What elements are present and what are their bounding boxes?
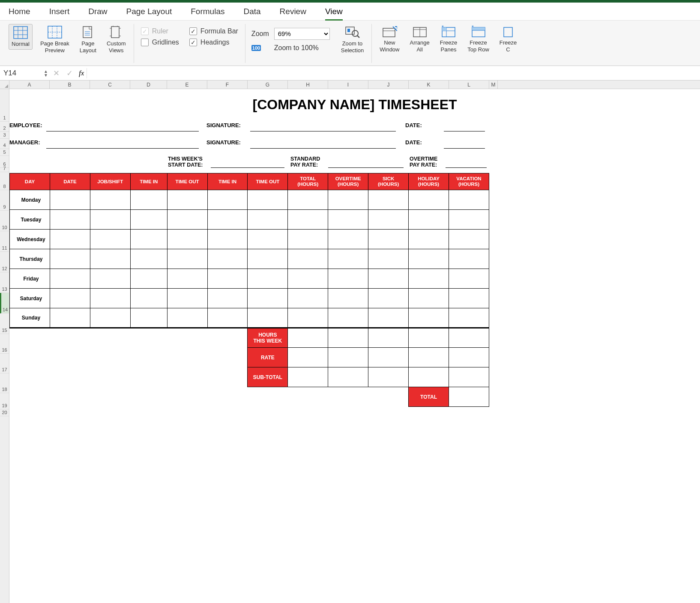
row-subtotal[interactable]: SUB-TOTAL (10, 367, 489, 387)
zoom-select[interactable]: 69% (274, 28, 330, 40)
employee-label[interactable]: EMPLOYEE: (9, 122, 46, 131)
cell[interactable] (409, 348, 449, 367)
col-B[interactable]: B (50, 81, 90, 89)
week-start-field[interactable] (211, 167, 284, 168)
day-tue[interactable]: Tuesday (10, 210, 50, 230)
date-label-1[interactable]: DATE: (405, 122, 434, 131)
col-L[interactable]: L (449, 81, 489, 89)
cell[interactable] (248, 289, 288, 308)
cancel-formula-icon[interactable]: ✕ (50, 69, 63, 78)
custom-views-button[interactable]: Custom Views (104, 24, 129, 55)
date-field-1[interactable] (444, 122, 485, 131)
headings-checkbox[interactable]: ✓Headings (189, 39, 238, 46)
cell[interactable] (130, 190, 167, 210)
manager-label[interactable]: MANAGER: (9, 139, 46, 149)
cell[interactable] (50, 289, 90, 308)
col-G[interactable]: G (248, 81, 288, 89)
cell[interactable] (207, 249, 248, 269)
formula-input[interactable] (87, 68, 700, 78)
row-friday[interactable]: Friday (10, 269, 489, 289)
cell[interactable] (130, 308, 167, 328)
cell[interactable] (409, 190, 449, 210)
col-I[interactable]: I (328, 81, 368, 89)
day-fri[interactable]: Friday (10, 269, 50, 289)
cell[interactable] (207, 269, 248, 289)
cell[interactable] (90, 269, 130, 289)
new-window-button[interactable]: New Window (377, 24, 402, 54)
manager-field[interactable] (46, 139, 199, 149)
col-K[interactable]: K (409, 81, 449, 89)
cell[interactable] (449, 308, 489, 328)
day-mon[interactable]: Monday (10, 190, 50, 210)
cell[interactable] (368, 249, 409, 269)
signature-field-2[interactable] (250, 139, 396, 149)
cell[interactable] (50, 308, 90, 328)
fx-icon[interactable]: fx (76, 69, 87, 78)
cell[interactable] (368, 210, 409, 230)
row-12[interactable]: 12 (0, 252, 9, 272)
day-sun[interactable]: Sunday (10, 308, 50, 328)
menu-page-layout[interactable]: Page Layout (124, 5, 175, 18)
cell[interactable] (50, 210, 90, 230)
cell[interactable] (449, 289, 489, 308)
cell[interactable] (328, 190, 368, 210)
cell[interactable] (90, 249, 130, 269)
row-14[interactable]: 14 (0, 293, 9, 313)
row-15[interactable]: 15 (0, 313, 9, 334)
day-thu[interactable]: Thursday (10, 249, 50, 269)
ot-rate-label[interactable]: OVERTIME PAY RATE: (410, 156, 446, 168)
cell[interactable] (167, 210, 207, 230)
cell[interactable] (409, 328, 449, 348)
cell[interactable] (130, 289, 167, 308)
cell[interactable] (449, 387, 489, 407)
cell[interactable] (130, 269, 167, 289)
signature-label-1[interactable]: SIGNATURE: (206, 122, 250, 131)
timesheet-table[interactable]: DAY DATE JOB/SHIFT TIME IN TIME OUT TIME… (9, 173, 489, 407)
col-H[interactable]: H (288, 81, 328, 89)
col-C[interactable]: C (90, 81, 130, 89)
cell[interactable] (288, 308, 328, 328)
col-M[interactable]: M (489, 81, 498, 89)
cell[interactable] (50, 249, 90, 269)
sheet-title[interactable]: [COMPANY NAME] TIMESHEET (9, 89, 700, 122)
cell[interactable] (368, 269, 409, 289)
cell[interactable] (130, 230, 167, 249)
row-7[interactable]: 7 (0, 168, 9, 172)
cell[interactable] (207, 308, 248, 328)
row-10[interactable]: 10 (0, 211, 9, 231)
row-sunday[interactable]: Sunday (10, 308, 489, 328)
freeze-top-row-button[interactable]: * Freeze Top Row (465, 24, 492, 54)
zoom-to-selection-button[interactable]: Zoom to Selection (338, 24, 366, 55)
cell[interactable] (449, 348, 489, 367)
cell[interactable] (409, 289, 449, 308)
cell[interactable] (368, 367, 409, 387)
page-break-preview-button[interactable]: Page Break Preview (38, 24, 72, 55)
row-11[interactable]: 11 (0, 231, 9, 252)
menu-draw[interactable]: Draw (86, 5, 110, 18)
row-monday[interactable]: Monday (10, 190, 489, 210)
worksheet[interactable]: [COMPANY NAME] TIMESHEET EMPLOYEE: SIGNA… (9, 89, 700, 603)
cell[interactable] (207, 210, 248, 230)
col-F[interactable]: F (207, 81, 248, 89)
cell[interactable] (288, 249, 328, 269)
menu-review[interactable]: Review (277, 5, 309, 18)
row-tuesday[interactable]: Tuesday (10, 210, 489, 230)
cell[interactable] (207, 230, 248, 249)
cell[interactable] (449, 269, 489, 289)
cell[interactable] (449, 328, 489, 348)
cell[interactable] (288, 269, 328, 289)
row-rate[interactable]: RATE (10, 348, 489, 367)
cell[interactable] (130, 210, 167, 230)
cell[interactable] (90, 308, 130, 328)
day-sat[interactable]: Saturday (10, 289, 50, 308)
cell[interactable] (90, 210, 130, 230)
cell[interactable] (90, 230, 130, 249)
day-wed[interactable]: Wednesday (10, 230, 50, 249)
cell[interactable] (90, 190, 130, 210)
cell[interactable] (167, 289, 207, 308)
menu-data[interactable]: Data (241, 5, 263, 18)
cell[interactable] (328, 348, 368, 367)
date-field-2[interactable] (444, 139, 485, 149)
cell[interactable] (288, 348, 328, 367)
cell[interactable] (50, 190, 90, 210)
